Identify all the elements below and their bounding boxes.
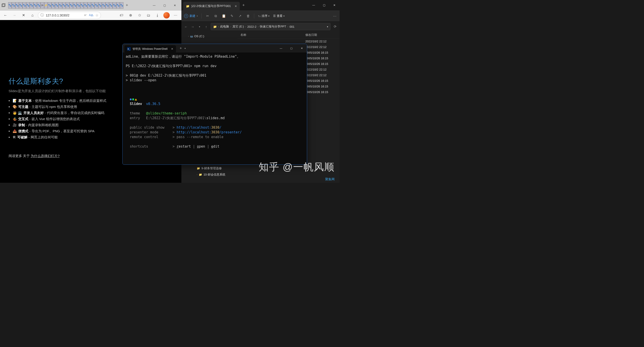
view-button[interactable]: ☰ 查看 ▾ (273, 14, 284, 18)
new-tab-button[interactable]: + (180, 46, 182, 50)
forward-button[interactable]: → (11, 12, 18, 19)
browser-tab[interactable]: 🐾 (62, 2, 66, 8)
refresh-button[interactable]: ⟳ (333, 24, 337, 28)
back-button[interactable]: ← (2, 12, 9, 19)
up-button[interactable]: ↑ (204, 25, 208, 28)
browser-tab[interactable]: 🐾 (76, 2, 80, 8)
browser-tab[interactable]: 🐾 (113, 2, 116, 8)
favorites-icon[interactable]: ✩ (136, 12, 144, 19)
shopping-icon[interactable]: 🏷 (118, 12, 126, 19)
browser-tab[interactable]: 🐾 (58, 2, 62, 8)
new-tab-button[interactable]: + (242, 3, 245, 8)
new-tab-button[interactable]: + (126, 3, 128, 8)
browser-tab[interactable]: 🐾 (73, 2, 76, 8)
folder-icon: 📁 (197, 167, 200, 170)
browser-tab[interactable]: 🐾 (120, 2, 124, 8)
browser-tab[interactable]: 🐾 (102, 2, 106, 8)
browser-tab[interactable]: 🐾 (52, 2, 55, 8)
browser-tab[interactable]: 🐾 (116, 2, 120, 8)
rename-icon[interactable]: ✎ (230, 14, 234, 18)
favorite-icon[interactable]: ☆ (95, 13, 98, 17)
chevron-down-icon[interactable]: ▾ (197, 26, 202, 28)
browser-tab[interactable]: 🐾 (91, 2, 95, 8)
more-button[interactable]: ⋯ (172, 12, 180, 19)
file-row[interactable]: 2022/10/2 22:12 (238, 38, 340, 44)
forward-button[interactable]: → (190, 25, 195, 28)
breadcrumb[interactable]: 📁 › 此电脑› 其它 (E:)› 2022-2› 快速汇报与分享PPT› 00… (211, 23, 330, 30)
browser-tab[interactable]: 🐾 (8, 2, 12, 8)
emoji-icon: 🎥 (12, 123, 17, 127)
col-name-header[interactable]: 名称 (240, 33, 305, 37)
browser-tab[interactable]: 🐾 (26, 2, 30, 8)
stop-button[interactable]: ✕ (20, 12, 27, 19)
browser-tab[interactable]: ⚡ (44, 2, 48, 8)
browser-tab[interactable]: 🐾 (55, 2, 58, 8)
browser-tab[interactable]: 🐾 (22, 2, 26, 8)
footer-link[interactable]: 为什么选择幻灯片? (31, 154, 60, 158)
sort-button[interactable]: ↑↓ 排序 ▾ (258, 14, 270, 18)
browser-tab[interactable]: 🐾 (109, 2, 113, 8)
col-date-header[interactable]: 修改日期 (305, 33, 337, 37)
collections-icon[interactable]: 🗂 (144, 12, 152, 19)
browser-tab[interactable]: 🐾 (88, 2, 91, 8)
browser-tab[interactable]: 🐾 (30, 2, 33, 8)
browser-tab[interactable]: 🐾 (48, 2, 52, 8)
breadcrumb-item[interactable]: 其它 (E:) (232, 24, 244, 28)
tabs-overview-icon[interactable] (1, 3, 6, 8)
addpage-icon[interactable]: ⊕ (126, 12, 134, 19)
maximize-button[interactable]: ▢ (319, 2, 329, 9)
tab-dropdown-icon[interactable]: ▾ (184, 47, 186, 50)
home-button[interactable]: ⌂ (29, 12, 36, 19)
translate-icon[interactable]: Aあ (89, 13, 94, 17)
cut-icon[interactable]: ✂ (205, 14, 210, 18)
close-button[interactable]: ✕ (296, 44, 307, 52)
new-button[interactable]: + 新建 ▾ (184, 14, 198, 18)
close-button[interactable]: ✕ (329, 2, 340, 9)
browser-tab[interactable]: 🐾 (19, 2, 22, 8)
browser-tab[interactable]: 🏳 (40, 2, 44, 8)
reading-mode-icon[interactable]: A⁺ (84, 14, 87, 17)
tree-item[interactable]: 📁 9-财务管理选修 (182, 165, 238, 172)
profile-avatar[interactable] (162, 12, 170, 19)
minimize-button[interactable]: — (149, 2, 159, 9)
browser-tab[interactable]: 🐾 (80, 2, 84, 8)
terminal-output[interactable]: adLine。如果要重新启用它，请运行 "Import-Module PSRea… (122, 52, 307, 151)
breadcrumb-item[interactable]: 快速汇报与分享PPT (260, 24, 286, 28)
close-tab-icon[interactable]: ✕ (234, 4, 237, 8)
address-bar[interactable]: ⓘ 127.0.0.1:3030/2 A⁺ Aあ ☆ (38, 12, 101, 19)
share-icon[interactable]: ↗ (238, 14, 242, 18)
browser-tab[interactable]: 🐾 (15, 2, 19, 8)
browser-tab[interactable]: 🐾 (12, 2, 15, 8)
paste-icon[interactable]: 📋 (222, 14, 226, 18)
site-info-icon[interactable]: ⓘ (40, 13, 44, 18)
tree-item[interactable]: › 📁 10-财会信息系统 (182, 172, 238, 178)
close-button[interactable]: ✕ (170, 2, 180, 9)
delete-icon[interactable]: 🗑 (246, 14, 250, 18)
browser-tab[interactable]: 🐾 (66, 2, 70, 8)
browser-tab[interactable]: 🐾 (70, 2, 73, 8)
file-list-header: 名称 修改日期 (238, 32, 340, 38)
copy-icon[interactable]: ⧉ (214, 14, 218, 18)
close-tab-icon[interactable]: ✕ (171, 47, 173, 50)
browser-tab[interactable]: 🐾 (33, 2, 37, 8)
downloads-icon[interactable]: ⭳ (154, 12, 162, 19)
explorer-tab[interactable]: 📁 )22-2\快速汇报与分享PPT\001 ✕ (183, 2, 240, 10)
browser-tab[interactable]: 🐾 (98, 2, 102, 8)
browser-tab[interactable]: 🐾 (95, 2, 98, 8)
back-button[interactable]: ← (184, 25, 188, 28)
browser-tab[interactable]: 🐾 (106, 2, 109, 8)
browser-tab[interactable]: 🐾 (84, 2, 88, 8)
breadcrumb-item[interactable]: 2022-2 (248, 25, 256, 28)
chevron-down-icon[interactable]: ▾ (327, 26, 328, 28)
terminal-tab[interactable]: >_ 管理员: Windows PowerShell ✕ (124, 45, 176, 52)
minimize-button[interactable]: — (308, 2, 319, 9)
chevron-right-icon: › (197, 174, 198, 176)
breadcrumb-item[interactable]: 001 (290, 25, 294, 28)
browser-tab[interactable]: 🐾 (37, 2, 40, 8)
maximize-button[interactable]: ▢ (159, 2, 170, 9)
breadcrumb-item[interactable]: 此电脑 (220, 24, 229, 28)
minimize-button[interactable]: — (276, 44, 286, 52)
maximize-button[interactable]: ▢ (286, 44, 296, 52)
more-icon[interactable]: ⋯ (332, 14, 337, 18)
tree-item-drive-c[interactable]: › 🖴 OS (C:) (182, 33, 238, 39)
